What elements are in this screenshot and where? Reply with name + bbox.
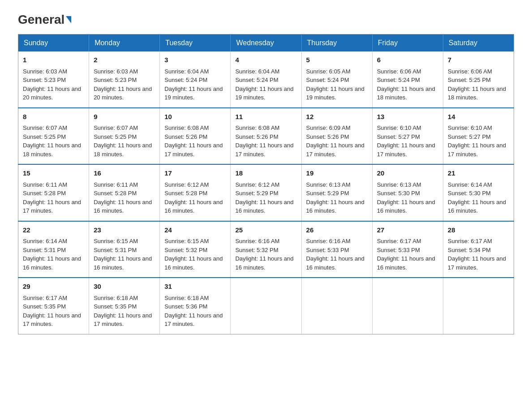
day-info: Sunrise: 6:18 AMSunset: 5:35 PMDaylight:… <box>94 295 152 328</box>
col-header-saturday: Saturday <box>443 34 514 52</box>
day-info: Sunrise: 6:17 AMSunset: 5:33 PMDaylight:… <box>377 238 435 271</box>
day-number: 27 <box>377 225 438 235</box>
day-number: 24 <box>164 225 226 235</box>
day-info: Sunrise: 6:14 AMSunset: 5:31 PMDaylight:… <box>23 238 81 271</box>
day-number: 16 <box>94 168 155 179</box>
day-number: 21 <box>448 168 509 179</box>
day-number: 7 <box>448 55 509 65</box>
day-number: 8 <box>23 112 84 122</box>
calendar-cell: 15Sunrise: 6:11 AMSunset: 5:28 PMDayligh… <box>18 164 89 221</box>
calendar-cell: 28Sunrise: 6:17 AMSunset: 5:34 PMDayligh… <box>443 221 514 278</box>
day-info: Sunrise: 6:18 AMSunset: 5:36 PMDaylight:… <box>164 295 223 328</box>
day-info: Sunrise: 6:08 AMSunset: 5:26 PMDaylight:… <box>164 124 223 158</box>
page-header: General <box>18 13 514 25</box>
day-number: 15 <box>23 168 84 179</box>
calendar-cell: 18Sunrise: 6:12 AMSunset: 5:29 PMDayligh… <box>231 164 301 221</box>
calendar-cell: 2Sunrise: 6:03 AMSunset: 5:23 PMDaylight… <box>89 51 160 108</box>
calendar-cell: 1Sunrise: 6:03 AMSunset: 5:23 PMDaylight… <box>18 51 89 108</box>
day-info: Sunrise: 6:17 AMSunset: 5:35 PMDaylight:… <box>23 295 81 328</box>
calendar-cell: 26Sunrise: 6:16 AMSunset: 5:33 PMDayligh… <box>301 221 372 278</box>
day-info: Sunrise: 6:10 AMSunset: 5:27 PMDaylight:… <box>377 124 435 158</box>
day-number: 11 <box>235 112 296 122</box>
day-info: Sunrise: 6:05 AMSunset: 5:24 PMDaylight:… <box>306 68 365 101</box>
col-header-thursday: Thursday <box>301 34 372 52</box>
day-info: Sunrise: 6:13 AMSunset: 5:30 PMDaylight:… <box>377 181 435 214</box>
calendar-cell: 24Sunrise: 6:15 AMSunset: 5:32 PMDayligh… <box>160 221 231 278</box>
col-header-wednesday: Wednesday <box>231 34 301 52</box>
day-info: Sunrise: 6:06 AMSunset: 5:25 PMDaylight:… <box>448 68 506 101</box>
calendar-cell: 25Sunrise: 6:16 AMSunset: 5:32 PMDayligh… <box>231 221 301 278</box>
day-info: Sunrise: 6:08 AMSunset: 5:26 PMDaylight:… <box>235 124 293 158</box>
day-number: 25 <box>235 225 296 235</box>
calendar-cell: 23Sunrise: 6:15 AMSunset: 5:31 PMDayligh… <box>89 221 160 278</box>
calendar-cell <box>301 278 372 334</box>
calendar-cell: 27Sunrise: 6:17 AMSunset: 5:33 PMDayligh… <box>372 221 443 278</box>
calendar-cell: 8Sunrise: 6:07 AMSunset: 5:25 PMDaylight… <box>18 108 89 165</box>
day-info: Sunrise: 6:03 AMSunset: 5:23 PMDaylight:… <box>23 68 81 101</box>
calendar-week-5: 29Sunrise: 6:17 AMSunset: 5:35 PMDayligh… <box>18 278 514 334</box>
calendar-cell: 4Sunrise: 6:04 AMSunset: 5:24 PMDaylight… <box>231 51 301 108</box>
calendar-cell: 22Sunrise: 6:14 AMSunset: 5:31 PMDayligh… <box>18 221 89 278</box>
logo: General <box>18 13 71 25</box>
calendar-cell: 19Sunrise: 6:13 AMSunset: 5:29 PMDayligh… <box>301 164 372 221</box>
calendar-cell: 14Sunrise: 6:10 AMSunset: 5:27 PMDayligh… <box>443 108 514 165</box>
col-header-friday: Friday <box>372 34 443 52</box>
day-number: 23 <box>94 225 155 235</box>
day-info: Sunrise: 6:04 AMSunset: 5:24 PMDaylight:… <box>164 68 223 101</box>
calendar-cell: 21Sunrise: 6:14 AMSunset: 5:30 PMDayligh… <box>443 164 514 221</box>
day-info: Sunrise: 6:12 AMSunset: 5:29 PMDaylight:… <box>235 181 293 214</box>
day-info: Sunrise: 6:07 AMSunset: 5:25 PMDaylight:… <box>23 124 81 158</box>
day-number: 18 <box>235 168 296 179</box>
day-number: 19 <box>306 168 368 179</box>
day-info: Sunrise: 6:17 AMSunset: 5:34 PMDaylight:… <box>448 238 506 271</box>
calendar-cell: 7Sunrise: 6:06 AMSunset: 5:25 PMDaylight… <box>443 51 514 108</box>
calendar-cell: 17Sunrise: 6:12 AMSunset: 5:28 PMDayligh… <box>160 164 231 221</box>
logo-general: General <box>18 13 71 26</box>
calendar-week-1: 1Sunrise: 6:03 AMSunset: 5:23 PMDaylight… <box>18 51 514 108</box>
day-number: 12 <box>306 112 368 122</box>
day-info: Sunrise: 6:06 AMSunset: 5:24 PMDaylight:… <box>377 68 435 101</box>
day-info: Sunrise: 6:10 AMSunset: 5:27 PMDaylight:… <box>448 124 506 158</box>
day-number: 6 <box>377 55 438 65</box>
day-number: 10 <box>164 112 226 122</box>
col-header-sunday: Sunday <box>18 34 89 52</box>
day-info: Sunrise: 6:04 AMSunset: 5:24 PMDaylight:… <box>235 68 293 101</box>
calendar-cell <box>443 278 514 334</box>
day-number: 4 <box>235 55 296 65</box>
day-info: Sunrise: 6:14 AMSunset: 5:30 PMDaylight:… <box>448 181 506 214</box>
calendar-cell: 20Sunrise: 6:13 AMSunset: 5:30 PMDayligh… <box>372 164 443 221</box>
calendar-cell: 31Sunrise: 6:18 AMSunset: 5:36 PMDayligh… <box>160 278 231 334</box>
day-number: 1 <box>23 55 84 65</box>
day-number: 29 <box>23 282 84 292</box>
calendar-cell <box>372 278 443 334</box>
day-number: 31 <box>164 282 226 292</box>
day-number: 14 <box>448 112 509 122</box>
calendar-cell: 3Sunrise: 6:04 AMSunset: 5:24 PMDaylight… <box>160 51 231 108</box>
calendar-cell: 12Sunrise: 6:09 AMSunset: 5:26 PMDayligh… <box>301 108 372 165</box>
day-info: Sunrise: 6:15 AMSunset: 5:31 PMDaylight:… <box>94 238 152 271</box>
day-number: 9 <box>94 112 155 122</box>
day-number: 28 <box>448 225 509 235</box>
calendar-cell <box>231 278 301 334</box>
calendar-week-4: 22Sunrise: 6:14 AMSunset: 5:31 PMDayligh… <box>18 221 514 278</box>
calendar-cell: 29Sunrise: 6:17 AMSunset: 5:35 PMDayligh… <box>18 278 89 334</box>
day-info: Sunrise: 6:12 AMSunset: 5:28 PMDaylight:… <box>164 181 223 214</box>
calendar-cell: 13Sunrise: 6:10 AMSunset: 5:27 PMDayligh… <box>372 108 443 165</box>
day-number: 17 <box>164 168 226 179</box>
day-info: Sunrise: 6:09 AMSunset: 5:26 PMDaylight:… <box>306 124 365 158</box>
calendar-header-row: SundayMondayTuesdayWednesdayThursdayFrid… <box>18 34 514 52</box>
day-number: 26 <box>306 225 368 235</box>
calendar-cell: 9Sunrise: 6:07 AMSunset: 5:25 PMDaylight… <box>89 108 160 165</box>
day-info: Sunrise: 6:16 AMSunset: 5:32 PMDaylight:… <box>235 238 293 271</box>
day-number: 2 <box>94 55 155 65</box>
col-header-tuesday: Tuesday <box>160 34 231 52</box>
day-info: Sunrise: 6:11 AMSunset: 5:28 PMDaylight:… <box>94 181 152 214</box>
day-number: 13 <box>377 112 438 122</box>
calendar-cell: 16Sunrise: 6:11 AMSunset: 5:28 PMDayligh… <box>89 164 160 221</box>
day-info: Sunrise: 6:13 AMSunset: 5:29 PMDaylight:… <box>306 181 365 214</box>
calendar-cell: 11Sunrise: 6:08 AMSunset: 5:26 PMDayligh… <box>231 108 301 165</box>
calendar-cell: 10Sunrise: 6:08 AMSunset: 5:26 PMDayligh… <box>160 108 231 165</box>
day-number: 30 <box>94 282 155 292</box>
calendar-cell: 6Sunrise: 6:06 AMSunset: 5:24 PMDaylight… <box>372 51 443 108</box>
day-info: Sunrise: 6:11 AMSunset: 5:28 PMDaylight:… <box>23 181 81 214</box>
